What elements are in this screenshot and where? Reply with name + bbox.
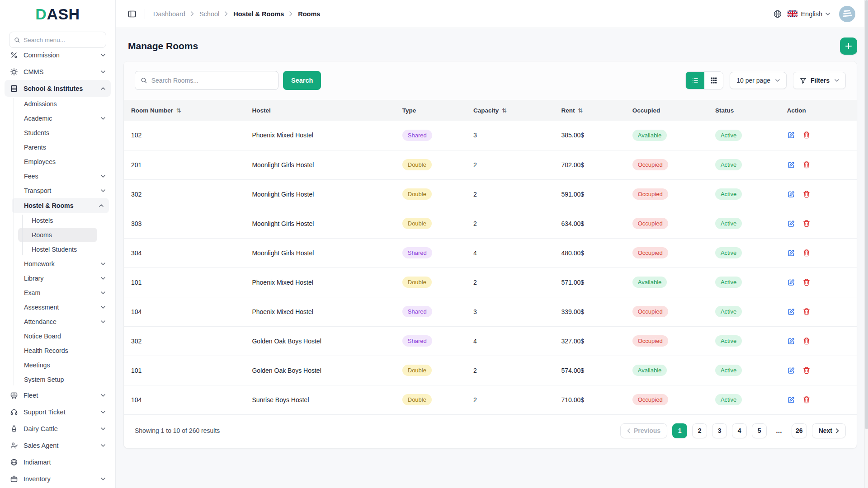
page-button-4[interactable]: 4 bbox=[732, 423, 747, 438]
delete-button[interactable] bbox=[802, 190, 811, 198]
sort-icon[interactable]: ⇅ bbox=[176, 107, 181, 114]
chevron-down-icon bbox=[101, 320, 105, 323]
cell-capacity: 4 bbox=[466, 326, 554, 356]
edit-button[interactable] bbox=[787, 190, 795, 198]
sidebar-item-cmms[interactable]: CMMS bbox=[0, 63, 115, 80]
cell-capacity: 3 bbox=[466, 297, 554, 326]
sidebar-item-fees[interactable]: Fees bbox=[0, 169, 115, 183]
page-button-1[interactable]: 1 bbox=[672, 423, 687, 438]
sidebar-item-homework[interactable]: Homework bbox=[0, 257, 115, 271]
occupied-badge: Occupied bbox=[632, 159, 668, 170]
filters-button[interactable]: Filters bbox=[793, 72, 846, 89]
window-scrollbar[interactable] bbox=[864, 0, 868, 488]
next-page-button[interactable]: Next bbox=[812, 423, 846, 438]
sidebar-item-admissions[interactable]: Admissions bbox=[0, 97, 115, 111]
delete-button[interactable] bbox=[802, 220, 811, 228]
rooms-search[interactable] bbox=[135, 71, 278, 90]
language-selector[interactable]: English bbox=[788, 10, 830, 18]
cell-capacity: 2 bbox=[466, 209, 554, 238]
edit-icon bbox=[787, 366, 795, 375]
sidebar-item-hostel-students[interactable]: Hostel Students bbox=[0, 242, 115, 257]
edit-button[interactable] bbox=[787, 249, 795, 257]
type-badge: Double bbox=[402, 218, 432, 229]
delete-button[interactable] bbox=[802, 278, 811, 286]
sidebar-item-hostels[interactable]: Hostels bbox=[0, 213, 115, 228]
sidebar-item-sales-agent[interactable]: Sales Agent bbox=[0, 437, 115, 454]
sidebar-item-parents[interactable]: Parents bbox=[0, 140, 115, 155]
results-summary: Showing 1 to 10 of 260 results bbox=[135, 427, 220, 434]
globe-icon[interactable] bbox=[773, 9, 782, 19]
chevron-right-icon bbox=[289, 11, 292, 16]
cell-room-number: 303 bbox=[124, 209, 245, 238]
sidebar-item-fleet[interactable]: Fleet bbox=[0, 387, 115, 404]
previous-page-button[interactable]: Previous bbox=[620, 423, 667, 438]
avatar[interactable] bbox=[839, 6, 855, 22]
page-button-26[interactable]: 26 bbox=[792, 423, 807, 438]
sidebar-item-label: School & Institutes bbox=[24, 85, 83, 92]
cell-room-number: 201 bbox=[124, 150, 245, 179]
breadcrumb-school[interactable]: School bbox=[199, 10, 219, 18]
sidebar-item-commission[interactable]: Commission bbox=[0, 51, 115, 63]
delete-button[interactable] bbox=[802, 337, 811, 345]
add-room-button[interactable] bbox=[840, 38, 857, 55]
breadcrumb-hostel-rooms[interactable]: Hostel & Rooms bbox=[233, 10, 284, 18]
sidebar-item-assessment[interactable]: Assessment bbox=[0, 300, 115, 314]
sidebar-search-input[interactable] bbox=[24, 37, 101, 43]
sidebar-item-dairy-cattle[interactable]: Dairy Cattle bbox=[0, 420, 115, 437]
sidebar-item-attendance[interactable]: Attendance bbox=[0, 314, 115, 329]
per-page-select[interactable]: 10 per page bbox=[730, 72, 787, 89]
sidebar-toggle-icon[interactable] bbox=[127, 9, 137, 19]
chevron-down-icon bbox=[101, 263, 105, 265]
grid-view-button[interactable] bbox=[704, 72, 723, 89]
sidebar-item-exam[interactable]: Exam bbox=[0, 286, 115, 300]
sidebar-item-meetings[interactable]: Meetings bbox=[0, 358, 115, 372]
cell-rent: 327.00$ bbox=[554, 326, 625, 356]
breadcrumb-dashboard[interactable]: Dashboard bbox=[153, 10, 185, 18]
edit-button[interactable] bbox=[787, 337, 795, 345]
sidebar-item-rooms[interactable]: Rooms bbox=[18, 228, 97, 242]
sidebar-item-students[interactable]: Students bbox=[0, 126, 115, 140]
sidebar-item-transport[interactable]: Transport bbox=[0, 183, 115, 198]
delete-button[interactable] bbox=[802, 131, 811, 139]
sidebar-item-library[interactable]: Library bbox=[0, 271, 115, 286]
sidebar-item-notice-board[interactable]: Notice Board bbox=[0, 329, 115, 343]
sidebar-item-label: CMMS bbox=[24, 68, 43, 75]
search-button[interactable]: Search bbox=[283, 71, 321, 90]
sidebar-item-system-setup[interactable]: System Setup bbox=[0, 372, 115, 387]
sidebar-item-hostel-rooms[interactable]: Hostel & Rooms bbox=[12, 198, 109, 213]
sidebar-item-support-ticket[interactable]: Support Ticket bbox=[0, 404, 115, 420]
sidebar-item-inventory[interactable]: Inventory bbox=[0, 470, 115, 487]
sidebar-item-employees[interactable]: Employees bbox=[0, 155, 115, 169]
delete-button[interactable] bbox=[802, 366, 811, 375]
delete-button[interactable] bbox=[802, 396, 811, 404]
topbar: Dashboard School Hostel & Rooms Rooms En… bbox=[116, 0, 868, 28]
scrollbar-thumb[interactable] bbox=[865, 0, 868, 429]
edit-button[interactable] bbox=[787, 396, 795, 404]
page-button-3[interactable]: 3 bbox=[712, 423, 727, 438]
sidebar-item-indiamart[interactable]: Indiamart bbox=[0, 454, 115, 470]
sidebar-item-academic[interactable]: Academic bbox=[0, 111, 115, 126]
language-label: English bbox=[801, 10, 822, 18]
edit-button[interactable] bbox=[787, 161, 795, 169]
edit-button[interactable] bbox=[787, 131, 795, 139]
delete-button[interactable] bbox=[802, 249, 811, 257]
edit-button[interactable] bbox=[787, 308, 795, 316]
rooms-search-input[interactable] bbox=[151, 77, 273, 84]
sidebar-item-school-institutes[interactable]: School & Institutes bbox=[5, 80, 111, 97]
sidebar-search[interactable] bbox=[9, 32, 106, 48]
list-view-button[interactable] bbox=[686, 72, 704, 89]
table-row: 101 Phoenix Mixed Hostel Double 2 571.00… bbox=[124, 267, 857, 297]
sidebar-item-health-records[interactable]: Health Records bbox=[0, 343, 115, 358]
occupied-badge: Occupied bbox=[632, 306, 668, 317]
edit-button[interactable] bbox=[787, 278, 795, 286]
person-check-icon bbox=[10, 441, 18, 450]
delete-button[interactable] bbox=[802, 308, 811, 316]
edit-button[interactable] bbox=[787, 366, 795, 375]
page-button-5[interactable]: 5 bbox=[752, 423, 767, 438]
pagination: Previous 1 2 3 4 5 … 26 Next bbox=[620, 423, 846, 438]
page-button-2[interactable]: 2 bbox=[692, 423, 707, 438]
delete-button[interactable] bbox=[802, 161, 811, 169]
sort-icon[interactable]: ⇅ bbox=[502, 107, 506, 114]
sort-icon[interactable]: ⇅ bbox=[578, 107, 583, 114]
edit-button[interactable] bbox=[787, 220, 795, 228]
